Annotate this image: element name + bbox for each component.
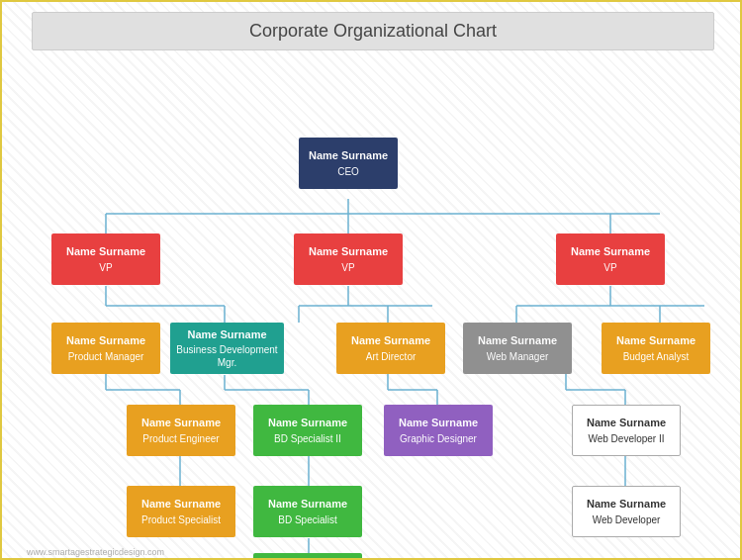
bdm-node: Name Surname Business Development Mgr. xyxy=(170,323,284,374)
wd2-node: Name Surname Web Developer II xyxy=(572,405,681,456)
wm-role: Web Manager xyxy=(487,350,549,363)
pe-name: Name Surname xyxy=(141,416,221,429)
bdm-role: Business Development Mgr. xyxy=(176,343,278,369)
bd2-name: Name Surname xyxy=(268,416,347,429)
ba-node: Name Surname Budget Analyst xyxy=(602,323,710,374)
wd-node: Name Surname Web Developer xyxy=(572,486,681,537)
pm-node: Name Surname Product Manager xyxy=(51,323,160,374)
gd-name: Name Surname xyxy=(399,416,478,429)
bds-node: Name Surname BD Specialist xyxy=(253,486,362,537)
pm-name: Name Surname xyxy=(66,333,145,347)
watermark: www.smartagestrategicdesign.com xyxy=(27,547,164,557)
vp1-role: VP xyxy=(99,261,112,274)
ps-name: Name Surname xyxy=(141,497,221,511)
ad-role: Art Director xyxy=(366,350,417,363)
ceo-role: CEO xyxy=(337,165,359,178)
pe-node: Name Surname Product Engineer xyxy=(127,405,235,456)
bda-node: Name Surname BD Associate xyxy=(253,553,362,560)
vp2-role: VP xyxy=(341,261,354,274)
bd2-role: BD Specialist II xyxy=(274,432,341,445)
gd-role: Graphic Designer xyxy=(400,432,477,445)
bd2-node: Name Surname BD Specialist II xyxy=(253,405,362,456)
vp1-node: Name Surname VP xyxy=(51,233,160,285)
gd-node: Name Surname Graphic Designer xyxy=(384,405,493,456)
wd2-name: Name Surname xyxy=(587,416,666,429)
vp3-node: Name Surname VP xyxy=(556,233,665,285)
bds-name: Name Surname xyxy=(268,497,347,511)
wm-node: Name Surname Web Manager xyxy=(463,323,572,374)
wm-name: Name Surname xyxy=(478,333,557,347)
bdm-name: Name Surname xyxy=(187,327,266,341)
vp2-node: Name Surname VP xyxy=(294,233,403,285)
pm-role: Product Manager xyxy=(68,350,144,363)
vp1-name: Name Surname xyxy=(66,244,145,258)
bds-role: BD Specialist xyxy=(278,513,336,526)
wd-role: Web Developer xyxy=(593,513,661,526)
ad-node: Name Surname Art Director xyxy=(336,323,445,374)
pe-role: Product Engineer xyxy=(142,432,219,445)
ceo-node: Name Surname CEO xyxy=(299,138,398,189)
chart-title: Corporate Organizational Chart xyxy=(32,12,714,50)
ad-name: Name Surname xyxy=(351,333,430,347)
wd2-role: Web Developer II xyxy=(588,432,664,445)
ps-role: Product Specialist xyxy=(141,513,221,526)
ba-role: Budget Analyst xyxy=(623,350,690,363)
ba-name: Name Surname xyxy=(616,333,696,347)
wd-name: Name Surname xyxy=(587,497,666,511)
ps-node: Name Surname Product Specialist xyxy=(127,486,235,537)
vp3-role: VP xyxy=(603,261,616,274)
ceo-name: Name Surname xyxy=(309,148,388,162)
vp3-name: Name Surname xyxy=(571,244,650,258)
vp2-name: Name Surname xyxy=(309,244,388,258)
